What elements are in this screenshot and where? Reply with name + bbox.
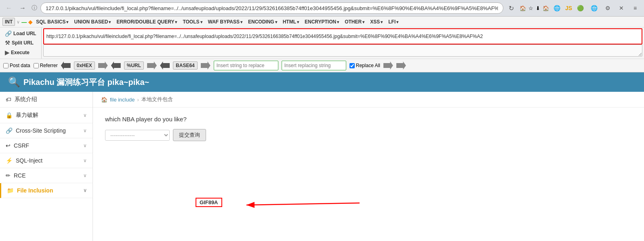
load-url-action[interactable]: 🔗 Load URL [3, 30, 38, 37]
post-data-check[interactable]: Post data [3, 63, 30, 68]
sidebar-item-xss[interactable]: 🔗 Cross-Site Scripting ∨ [0, 123, 93, 138]
breadcrumb-separator: › [137, 97, 139, 103]
int-label[interactable]: INT [2, 18, 15, 26]
back-button[interactable]: ← [3, 2, 15, 14]
sidebar-item-system-intro[interactable]: 🏷 系统介绍 [0, 92, 93, 108]
sep1: ∨ [17, 19, 20, 25]
insert-replacing-input[interactable] [282, 61, 346, 70]
hackbar: INT ∨ — ◆ SQL BASICS UNION BASED ERROR/D… [0, 17, 644, 72]
lfi-menu[interactable]: LFI [386, 18, 400, 25]
sidebar-item-left: 🏷 系统介绍 [6, 96, 37, 103]
breadcrumb: 🏠 file include › 本地文件包含 [93, 92, 644, 108]
execute-action[interactable]: ▶ Execute [3, 49, 38, 56]
post-data-label: Post data [10, 63, 30, 68]
error-double-menu[interactable]: ERROR/DOUBLE QUERY [114, 18, 179, 25]
sidebar-item-file-inclusion[interactable]: 📁 File Inclusion ∨ [0, 183, 93, 198]
sidebar-item-left: ⚡ SQL-Inject [6, 157, 42, 164]
sidebar-item-left: 🔒 暴力破解 [6, 112, 38, 119]
sql-basics-menu[interactable]: SQL BASICS [34, 18, 70, 25]
browser-nav: ← → ⓘ ↻ 🏠 ☆ ⬇ 🏠 🌐 JS 🟢 🌐 ⚙ ✕ ≡ [0, 0, 644, 16]
app-body: 🏷 系统介绍 🔒 暴力破解 ∨ 🔗 Cross-Site Scripting ∨ [0, 92, 644, 241]
extension2-icon[interactable]: 🌐 [588, 2, 600, 14]
referrer-check[interactable]: Referrer [34, 63, 58, 68]
replace-all-check[interactable]: Replace All [349, 63, 380, 68]
file-inclusion-icon: 📁 [7, 187, 14, 194]
split-url-label: Split URL [12, 40, 34, 46]
bookmark-star: ☆ [528, 5, 533, 11]
rce-icon: ✏ [6, 172, 11, 179]
sidebar-item-left: ✏ RCE [6, 172, 26, 179]
sidebar-item-rce[interactable]: ✏ RCE ∨ [0, 168, 93, 183]
replace-all-checkbox[interactable] [349, 63, 355, 68]
breadcrumb-home-icon[interactable]: 🏠 [101, 97, 107, 103]
close-tab-icon[interactable]: ✕ [616, 2, 627, 14]
green-square: — [21, 19, 27, 25]
html-menu[interactable]: HTML [281, 18, 301, 25]
bookmark-icon: 🏠 [520, 5, 526, 11]
base64-left-arrow [160, 61, 170, 70]
forward-button[interactable]: → [17, 2, 28, 14]
sidebar-item-left: 📁 File Inclusion [7, 187, 53, 194]
extension3-icon[interactable]: ⚙ [602, 2, 613, 14]
url-left-arrow [111, 61, 121, 70]
split-url-icon: ⚒ [5, 40, 10, 46]
player-select[interactable]: -------------- [105, 130, 170, 141]
chevron-down-icon: ∨ [83, 188, 87, 193]
sidebar-label-brute-force: 暴力破解 [16, 112, 38, 119]
chevron-down-icon: ∨ [83, 158, 87, 163]
breadcrumb-current: 本地文件包含 [141, 96, 173, 103]
referrer-label: Referrer [40, 63, 58, 68]
other-menu[interactable]: OTHER [343, 18, 366, 25]
url-right-arrow [147, 61, 157, 70]
chevron-down-icon: ∨ [83, 112, 87, 118]
insert-string-input[interactable] [214, 61, 278, 70]
sidebar-item-csrf[interactable]: ↩ CSRF ∨ [0, 138, 93, 153]
home-icon: 🏠 [543, 5, 549, 11]
globe-icon[interactable]: 🌐 [551, 2, 563, 14]
app-header: 🔍 Pikachu 漏洞练习平台 pika~pika~ [0, 72, 644, 92]
hackbar-url-row: 🔗 Load URL ⚒ Split URL ▶ Execute [0, 27, 644, 59]
app-title: Pikachu 漏洞练习平台 pika~pika~ [23, 77, 149, 88]
app-wrapper: 🔍 Pikachu 漏洞练习平台 pika~pika~ 🏷 系统介绍 🔒 暴力破… [0, 72, 644, 241]
execute-label: Execute [11, 50, 29, 55]
extension1-icon[interactable]: 🟢 [575, 2, 586, 14]
tools-menu[interactable]: TOOLS [181, 18, 204, 25]
sidebar: 🏷 系统介绍 🔒 暴力破解 ∨ 🔗 Cross-Site Scripting ∨ [0, 92, 93, 241]
menu-icon[interactable]: ≡ [629, 2, 641, 14]
replace-right-arrow [383, 61, 393, 70]
sidebar-label-rce: RCE [14, 172, 26, 179]
base64-btn[interactable]: BASE64 [173, 61, 198, 70]
submit-button[interactable]: 提交查询 [173, 129, 206, 141]
sidebar-item-brute-force[interactable]: 🔒 暴力破解 ∨ [0, 108, 93, 123]
execute-icon: ▶ [5, 49, 9, 56]
encoding-menu[interactable]: ENCODING [246, 18, 279, 25]
sidebar-label-sql-inject: SQL-Inject [16, 157, 42, 164]
reload-button[interactable]: ↻ [506, 2, 517, 14]
sidebar-item-sql-inject[interactable]: ⚡ SQL-Inject ∨ [0, 153, 93, 168]
hackbar-url-input[interactable] [43, 28, 642, 44]
0xhex-btn[interactable]: 0xHEX [74, 61, 95, 70]
gif89a-box: GIF89A [196, 198, 222, 207]
split-url-action[interactable]: ⚒ Split URL [3, 39, 38, 47]
post-data-checkbox[interactable] [3, 63, 8, 68]
chevron-down-icon: ∨ [83, 128, 87, 133]
xss-menu[interactable]: XSS [368, 18, 385, 25]
chevron-down-icon: ∨ [83, 143, 87, 148]
hackbar-menu-row: INT ∨ — ◆ SQL BASICS UNION BASED ERROR/D… [0, 17, 644, 27]
sidebar-label-file-inclusion: File Inclusion [17, 187, 53, 194]
js-badge: JS [565, 5, 572, 11]
breadcrumb-file-include-link[interactable]: file include [110, 97, 135, 103]
waf-bypass-menu[interactable]: WAF BYPASS [206, 18, 244, 25]
url-btn[interactable]: %URL [124, 61, 144, 70]
referrer-checkbox[interactable] [34, 63, 39, 68]
0xhex-left-arrow [61, 61, 71, 70]
hackbar-extra-textarea[interactable] [43, 44, 642, 57]
load-url-icon: 🔗 [5, 30, 12, 37]
content-area: which NBA player do you like? ----------… [93, 108, 644, 149]
encryption-menu[interactable]: ENCRYPTION [303, 18, 341, 25]
content-form: -------------- 提交查询 [105, 129, 632, 141]
hackbar-url-area [42, 27, 644, 59]
url-bar[interactable] [40, 2, 503, 14]
union-based-menu[interactable]: UNION BASED [72, 18, 113, 25]
hackbar-options-row: Post data Referrer 0xHEX %URL BASE64 Rep… [0, 59, 644, 72]
